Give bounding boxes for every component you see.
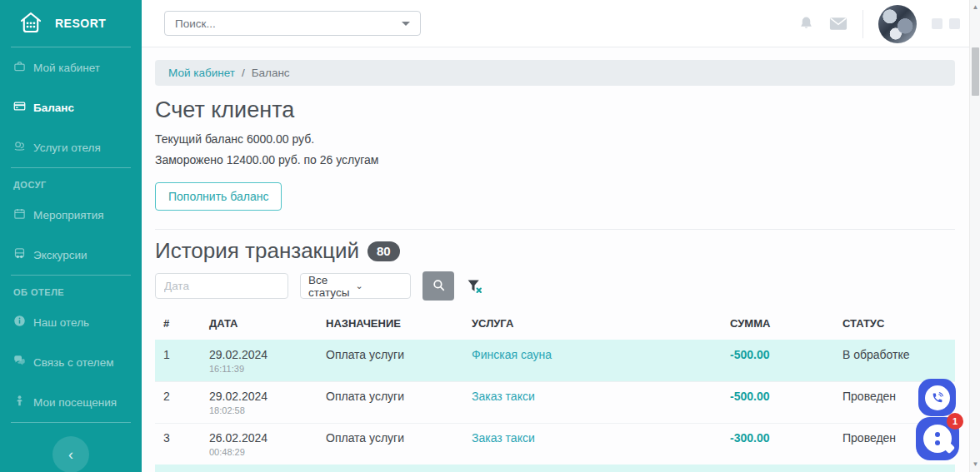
chat-notification-badge: 1 <box>947 413 963 430</box>
status-filter-select[interactable]: Все статусы ⌄ <box>300 273 411 299</box>
cell-time: 16:11:39 <box>209 364 309 374</box>
date-filter-input[interactable] <box>155 273 288 299</box>
scrollbar-thumb[interactable] <box>972 47 979 96</box>
cell-time: 18:02:58 <box>209 405 309 415</box>
vertical-scrollbar[interactable]: ▲ ▼ <box>969 0 980 472</box>
cell-date: 29.02.202416:11:39 <box>201 340 318 382</box>
sidebar-item-my-visits[interactable]: Мои посещения <box>0 382 142 422</box>
brand-name: RESORT <box>55 17 106 30</box>
scroll-down-arrow[interactable]: ▼ <box>970 459 980 470</box>
page-title: Счет клиента <box>155 97 955 123</box>
cell-num: 2 <box>155 382 201 424</box>
transactions-filters: Все статусы ⌄ <box>155 271 955 301</box>
cell-amount: -500.00 <box>722 382 834 424</box>
breadcrumb: Мой кабинет / Баланс <box>155 60 955 86</box>
col-header-purpose: НАЗНАЧЕНИЕ <box>318 309 463 340</box>
transactions-table: # ДАТА НАЗНАЧЕНИЕ УСЛУГА СУММА СТАТУС 1 … <box>155 309 955 472</box>
frozen-balance-text: Заморожено 12400.00 руб. по 26 услугам <box>155 153 955 166</box>
user-avatar[interactable] <box>878 5 917 43</box>
cell-purpose: Оплата услуги <box>318 382 463 424</box>
sidebar-item-label: Наш отель <box>33 316 89 329</box>
sidebar-item-label: Мероприятия <box>33 209 104 221</box>
transactions-count-badge: 80 <box>368 241 400 261</box>
status-selected-value: Все статусы <box>308 274 356 299</box>
table-header-row: # ДАТА НАЗНАЧЕНИЕ УСЛУГА СУММА СТАТУС <box>155 309 955 340</box>
col-header-status: СТАТУС <box>834 309 955 340</box>
apply-filter-button[interactable] <box>422 271 454 301</box>
messages-button[interactable] <box>829 17 848 31</box>
service-link[interactable]: Финская сауна <box>472 348 552 361</box>
sidebar: RESORT Мой кабинет Баланс Услуги отеля Д… <box>0 0 142 472</box>
person-icon <box>13 395 26 410</box>
table-row: 4 26.02.2024 Оплата услуги Финская сауна… <box>155 465 955 472</box>
cell-purpose: Оплата услуги <box>318 424 463 465</box>
sidebar-item-label: Баланс <box>33 102 74 114</box>
global-search-select[interactable]: Поиск... <box>164 11 421 36</box>
sidebar-item-label: Связь с отелем <box>33 356 114 369</box>
cell-service: Финская сауна <box>463 465 722 472</box>
calendar-icon <box>13 207 26 222</box>
user-menu-placeholders <box>932 18 960 29</box>
comments-icon <box>13 355 26 370</box>
placeholder-icon <box>949 18 960 29</box>
sidebar-item-label: Мои посещения <box>33 396 117 409</box>
cell-service: Финская сауна <box>463 340 722 382</box>
scroll-up-arrow[interactable]: ▲ <box>970 2 980 13</box>
table-row: 3 26.02.202400:48:29 Оплата услуги Заказ… <box>155 424 955 465</box>
col-header-service: УСЛУГА <box>463 309 722 340</box>
current-balance-text: Текущий баланс 6000.00 руб. <box>155 132 955 146</box>
cell-purpose: Оплата услуги <box>318 340 463 382</box>
table-row: 1 29.02.202416:11:39 Оплата услуги Финск… <box>155 340 955 382</box>
sidebar-section-leisure: ДОСУГ <box>0 168 142 195</box>
service-link[interactable]: Заказ такси <box>472 390 535 403</box>
credit-card-icon <box>13 100 26 115</box>
cell-amount: -500.00 <box>722 340 834 382</box>
sidebar-item-hotel-services[interactable]: Услуги отеля <box>0 127 142 167</box>
sidebar-item-our-hotel[interactable]: Наш отель <box>0 302 142 342</box>
cell-amount: -300.00 <box>722 424 834 465</box>
sidebar-item-events[interactable]: Мероприятия <box>0 195 142 235</box>
col-header-amount: СУММА <box>722 309 834 340</box>
breadcrumb-current: Баланс <box>252 67 290 79</box>
placeholder-icon <box>932 18 942 29</box>
sidebar-item-cabinet[interactable]: Мой кабинет <box>0 47 142 87</box>
topup-balance-button[interactable]: Пополнить баланс <box>155 182 282 211</box>
sidebar-item-excursions[interactable]: Экскурсии <box>0 235 142 275</box>
table-row: 2 29.02.202418:02:58 Оплата услуги Заказ… <box>155 382 955 424</box>
cell-num: 1 <box>155 340 201 382</box>
cell-num: 4 <box>155 465 201 472</box>
sidebar-item-contact-hotel[interactable]: Связь с отелем <box>0 342 142 382</box>
chevron-down-icon: ⌄ <box>356 281 403 291</box>
section-divider <box>155 229 955 230</box>
bus-icon <box>13 247 26 262</box>
cell-status: В обработке <box>834 340 955 382</box>
filter-remove-icon <box>466 285 483 297</box>
chat-widget-button[interactable]: 1 <box>916 417 959 460</box>
callback-widget-button[interactable] <box>918 379 956 416</box>
transactions-title: История транзакций <box>155 238 359 264</box>
cell-service: Заказ такси <box>463 424 722 465</box>
cell-status: В обработке <box>834 465 955 472</box>
sidebar-collapse-button[interactable]: ‹ <box>52 436 89 472</box>
search-icon <box>432 278 446 295</box>
sidebar-item-label: Экскурсии <box>33 249 88 261</box>
clear-filter-button[interactable] <box>466 277 483 295</box>
chevron-down-icon <box>402 22 410 26</box>
cell-time: 00:48:29 <box>209 447 309 457</box>
service-link[interactable]: Заказ такси <box>472 431 535 445</box>
cell-service: Заказ такси <box>463 382 722 424</box>
sidebar-divider <box>11 422 131 423</box>
brand-logo[interactable]: RESORT <box>0 0 142 47</box>
cell-date: 26.02.202400:48:29 <box>201 424 318 465</box>
chat-icon <box>923 425 952 453</box>
notifications-button[interactable] <box>798 16 814 32</box>
info-icon <box>13 315 26 330</box>
search-placeholder: Поиск... <box>175 17 402 30</box>
cell-amount: -500.00 <box>722 465 834 472</box>
cell-date: 26.02.2024 <box>201 465 318 472</box>
sidebar-item-balance[interactable]: Баланс <box>0 87 142 127</box>
breadcrumb-separator: / <box>242 67 245 79</box>
topbar: Поиск... <box>142 0 980 47</box>
col-header-date: ДАТА <box>201 309 318 340</box>
breadcrumb-link-cabinet[interactable]: Мой кабинет <box>168 67 235 79</box>
